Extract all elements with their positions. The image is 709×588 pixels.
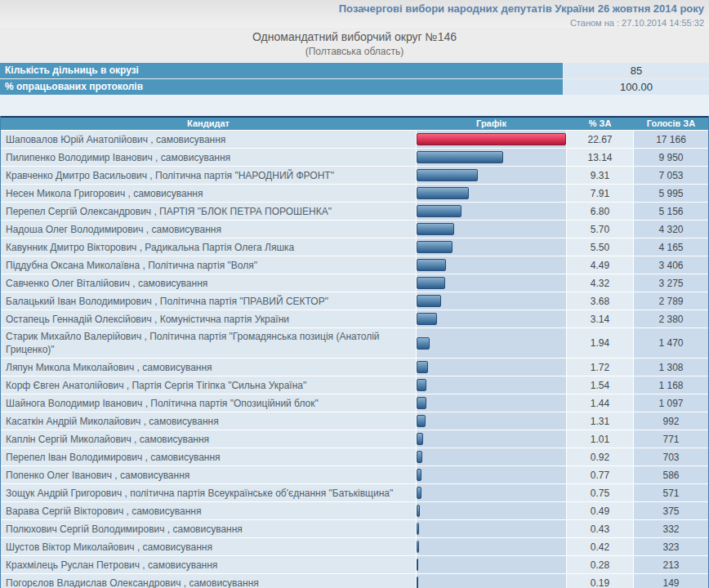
precincts-label: Кількість дільниць в окрузі <box>0 63 563 78</box>
candidate-name: Савченко Олег Віталійович , самовисуванн… <box>1 274 416 292</box>
bar-cell <box>417 448 566 466</box>
votes-value: 771 <box>634 430 708 448</box>
percent-value: 4.32 <box>567 274 633 292</box>
votes-value: 571 <box>634 484 708 501</box>
result-bar <box>417 451 422 463</box>
table-row: Зощук Андрій Григорович , політична парт… <box>1 484 708 501</box>
candidate-name: Шайнога Володимир Іванович , Політична п… <box>1 394 416 412</box>
candidate-name: Крахмілець Руслан Петрович , самовисуван… <box>1 556 416 573</box>
candidate-name: Попенко Олег Іванович , самовисування <box>1 466 416 483</box>
result-bar <box>417 241 453 253</box>
bar-cell <box>417 466 566 483</box>
result-bar <box>417 415 426 427</box>
percent-value: 0.43 <box>567 520 633 537</box>
result-bar <box>417 397 426 409</box>
column-header-votes: Голосів ЗА <box>634 118 708 130</box>
table-row: Погорєлов Владислав Олександрович , само… <box>1 574 708 588</box>
precincts-value: 85 <box>564 63 709 78</box>
bar-cell <box>417 538 566 555</box>
table-row: Шаповалов Юрій Анатолійович , самовисува… <box>1 131 708 148</box>
bar-cell <box>417 203 566 220</box>
column-header-graph: Графік <box>417 118 566 130</box>
result-bar <box>417 559 418 571</box>
result-bar <box>417 259 446 271</box>
result-bar <box>417 205 462 217</box>
district-title: Одномандатний виборчий округ №146 <box>0 30 709 43</box>
candidate-name: Піддубна Оксана Миколаївна , Політична п… <box>1 256 416 274</box>
result-bar <box>417 523 419 535</box>
candidate-name: Полюхович Сергій Володимирович , самовис… <box>1 520 416 537</box>
percent-value: 4.49 <box>567 256 633 274</box>
result-bar <box>417 577 418 588</box>
candidate-name: Шустов Віктор Миколайович , самовисуванн… <box>1 538 416 555</box>
results-body: Шаповалов Юрій Анатолійович , самовисува… <box>1 131 708 588</box>
results-table: Кандидат Графік % ЗА Голосів ЗА Шаповало… <box>0 116 709 588</box>
table-row: Касаткін Андрій Миколайович , самовисува… <box>1 412 708 430</box>
candidate-name: Несен Микола Григорович , самовисування <box>1 185 416 202</box>
percent-value: 1.01 <box>567 430 633 448</box>
bar-cell <box>417 256 566 274</box>
votes-value: 1 168 <box>634 376 708 394</box>
votes-value: 703 <box>634 448 708 466</box>
updated-timestamp: Станом на : 27.10.2014 14:55:32 <box>0 18 704 28</box>
table-row: Каплін Сергій Миколайович , самовисуванн… <box>1 430 708 448</box>
votes-value: 7 053 <box>634 167 708 184</box>
candidate-name: Пилипенко Володимир Іванович , самовисув… <box>1 149 416 166</box>
column-header-percent: % ЗА <box>567 118 633 130</box>
percent-value: 0.49 <box>567 502 633 519</box>
result-bar <box>417 337 430 350</box>
candidate-name: Зощук Андрій Григорович , політична парт… <box>1 484 416 501</box>
candidate-name: Старик Михайло Валерійович , Політична п… <box>1 328 416 358</box>
result-bar <box>417 469 421 481</box>
result-bar <box>417 169 478 181</box>
protocols-label: % опрацьованих протоколів <box>0 79 563 95</box>
votes-value: 5 995 <box>634 185 708 202</box>
percent-value: 7.91 <box>567 185 633 202</box>
table-row: Балацький Іван Володимирович , Політична… <box>1 292 708 310</box>
protocols-value: 100.00 <box>564 79 709 95</box>
percent-value: 1.31 <box>567 412 633 430</box>
votes-value: 17 166 <box>634 131 708 148</box>
bar-cell <box>417 430 566 448</box>
candidate-name: Погорєлов Владислав Олександрович , само… <box>1 574 416 588</box>
candidate-name: Ляпун Микола Миколайович , самовисування <box>1 359 416 376</box>
table-row: Кравченко Дмитро Васильович , Політична … <box>1 167 708 184</box>
bar-cell <box>417 394 566 412</box>
result-bar <box>417 223 454 235</box>
bar-cell <box>417 310 566 327</box>
table-row: Шайнога Володимир Іванович , Політична п… <box>1 394 708 412</box>
result-bar <box>417 151 503 163</box>
percent-value: 6.80 <box>567 203 633 220</box>
candidate-name: Касаткін Андрій Миколайович , самовисува… <box>1 412 416 430</box>
votes-value: 2 380 <box>634 310 708 327</box>
table-row: Надоша Олег Володимирович , самовисуванн… <box>1 220 708 238</box>
table-row: Варава Сергій Вікторович , самовисування… <box>1 502 708 519</box>
percent-value: 5.70 <box>567 220 633 238</box>
table-row: Перепел Іван Володимирович , самовисуван… <box>1 448 708 466</box>
percent-value: 1.44 <box>567 394 633 412</box>
result-bar <box>417 379 426 391</box>
candidate-name: Перепел Іван Володимирович , самовисуван… <box>1 448 416 466</box>
table-row: Несен Микола Григорович , самовисування7… <box>1 185 708 202</box>
votes-value: 5 156 <box>634 203 708 220</box>
election-title: Позачергові вибори народних депутатів Ук… <box>0 2 704 15</box>
votes-value: 4 165 <box>634 238 708 256</box>
votes-value: 149 <box>634 574 708 588</box>
votes-value: 1 308 <box>634 359 708 376</box>
result-bar <box>417 277 445 289</box>
votes-value: 9 950 <box>634 149 708 166</box>
candidate-name: Кавунник Дмитро Вікторович , Радикальна … <box>1 238 416 256</box>
candidate-name: Надоша Олег Володимирович , самовисуванн… <box>1 220 416 238</box>
table-row: Піддубна Оксана Миколаївна , Політична п… <box>1 256 708 274</box>
percent-value: 0.19 <box>567 574 633 588</box>
percent-value: 0.75 <box>567 484 633 501</box>
candidate-name: Перепел Сергій Олександрович , ПАРТІЯ "Б… <box>1 203 416 220</box>
percent-value: 5.50 <box>567 238 633 256</box>
votes-value: 992 <box>634 412 708 430</box>
votes-value: 586 <box>634 466 708 483</box>
table-row: Корф Євген Анатолійович , Партія Сергія … <box>1 376 708 394</box>
district-region: (Полтавська область) <box>0 46 709 57</box>
percent-value: 3.68 <box>567 292 633 310</box>
table-row: Остапець Геннадій Олексійович , Комуніст… <box>1 310 708 327</box>
votes-value: 3 275 <box>634 274 708 292</box>
